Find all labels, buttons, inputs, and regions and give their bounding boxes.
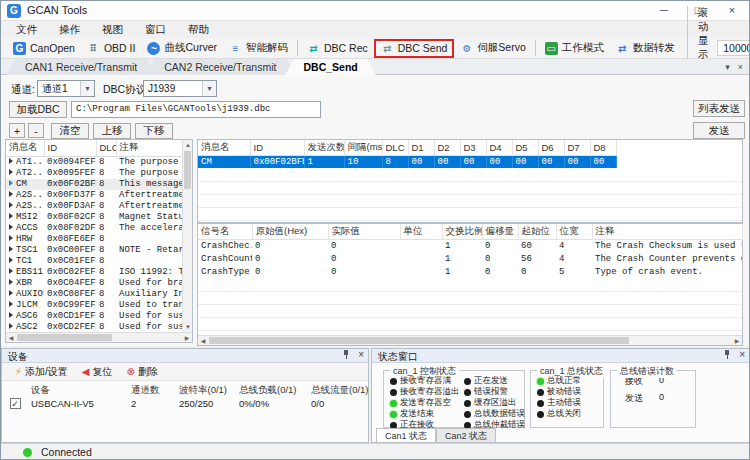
column-header[interactable]: 间隔(ms) [344,140,382,155]
column-header[interactable]: 交换比例 [442,224,482,239]
menu-item[interactable]: 视图 [91,23,134,37]
minimize-button[interactable]: ─ [647,1,681,21]
pin-icon[interactable] [723,350,732,360]
message-row[interactable]: AT2... 0x0095FEFE 8 The purpose of t [6,168,183,179]
send-button[interactable]: 发送 [693,122,745,139]
status-tab[interactable]: Can1 状态 [376,428,436,442]
expand-icon[interactable] [9,312,13,318]
expand-icon[interactable] [9,323,13,329]
device-toolbar-button[interactable]: ⚡ 添加/设置 [8,365,75,379]
menu-item[interactable]: 文件 [5,23,48,37]
close-icon[interactable]: × [739,350,745,360]
column-header[interactable]: 发送次数 [304,140,344,155]
document-tab[interactable]: CAN2 Receive/Transmit [146,59,294,75]
column-header[interactable]: 信号名 [198,224,252,239]
column-header[interactable]: 总线流量(0/1) [308,383,370,397]
column-header[interactable]: 注释 [116,140,183,156]
expand-icon[interactable] [9,180,13,186]
scroll-right-icon[interactable]: ▶ [732,336,742,346]
close-icon[interactable]: × [358,350,364,360]
column-header[interactable]: 通道数 [128,383,176,397]
column-header[interactable]: 起始位 [518,224,556,239]
column-header[interactable]: 注释 [592,224,742,239]
column-header[interactable]: 设备 [28,383,128,397]
expand-icon[interactable] [9,169,13,175]
column-header[interactable]: 消息名 [6,140,44,156]
expand-icon[interactable] [9,235,13,241]
message-row[interactable]: AUXIO5 0x0C08FEFE 8 Auxiliary Input/ [6,289,183,300]
dbc-path-field[interactable]: C:\Program Files\GCANTools\j1939.dbc [71,101,321,118]
column-header[interactable]: 波特率(0/1) [176,383,236,397]
tab-list-dropdown-icon[interactable]: ▾ [725,62,730,72]
expand-icon[interactable] [9,268,13,274]
document-tab[interactable]: CAN1 Receive/Transmit [7,59,155,75]
column-header[interactable]: 实际值 [328,224,400,239]
message-row[interactable]: MSI2 0x08F02CFE 8 Magnet Status In [6,212,183,223]
scroll-frames-value[interactable]: 100000 [717,40,750,56]
status-tab[interactable]: Can2 状态 [436,428,496,442]
column-header[interactable]: ID [250,140,304,155]
add-message-button[interactable]: + [9,123,25,138]
column-header[interactable]: ID [44,140,96,156]
signal-row[interactable]: CrashType 0 0 1 0 0 5 Type of crash even… [198,265,742,278]
scroll-down-icon[interactable]: ▼ [183,322,193,332]
toolbar-button[interactable]: ⠿ OBD II [81,40,142,56]
menu-item[interactable]: 窗口 [134,23,177,37]
column-header[interactable]: D4 [486,140,512,155]
message-row[interactable]: A2S... 0x00FD37FE 8 Aftertreatment 2 [6,190,183,201]
expand-icon[interactable] [9,202,13,208]
device-toolbar-button[interactable]: ◀ 复位 [75,365,120,379]
scroll-left-icon[interactable]: ◀ [6,333,16,343]
message-row[interactable]: HRW 0x08FE6EFE 8 [6,234,183,245]
channel-select[interactable]: 通道1 ▾ [37,80,95,97]
expand-icon[interactable] [9,279,13,285]
move-up-button[interactable]: 上移 [93,123,131,139]
column-header[interactable] [2,383,28,397]
vertical-scrollbar[interactable]: ▲ ▼ [182,140,192,332]
expand-icon[interactable] [9,213,13,219]
device-checkbox[interactable]: ✓ [10,398,21,409]
expand-icon[interactable] [9,191,13,197]
remove-message-button[interactable]: - [28,123,44,138]
menu-item[interactable]: 操作 [48,23,91,37]
menu-item[interactable]: 帮助 [177,23,220,37]
column-header[interactable]: 总线负载(0/1) [236,383,308,397]
scrollbar-thumb[interactable] [184,151,191,189]
load-dbc-button[interactable]: 加载DBC [9,101,67,118]
toolbar-button[interactable]: ⇄ DBC Rec [297,40,374,56]
device-toolbar-button[interactable]: ⊗ 删除 [120,365,165,379]
column-header[interactable]: D8 [590,140,616,155]
column-header[interactable]: D1 [408,140,434,155]
message-row[interactable]: ACCS 0x08F02DFE 8 The acceleration [6,223,183,234]
column-header[interactable]: D7 [564,140,590,155]
message-row[interactable]: TSC1 0x0C00FEFE 8 NOTE - Retarder [6,245,183,256]
toolbar-button[interactable]: ⇄ DBC Send [374,39,455,58]
document-tab[interactable]: DBC_Send [285,59,375,75]
clear-button[interactable]: 清空 [51,123,89,139]
expand-icon[interactable] [9,224,13,230]
column-header[interactable]: 原始值(Hex) [252,224,328,239]
column-header[interactable]: D2 [434,140,460,155]
column-header[interactable]: 单位 [400,224,442,239]
column-header[interactable]: 偏移量 [482,224,518,239]
message-row[interactable]: A2S... 0x00FD3AFE 8 Aftertreatment 2 [6,201,183,212]
scroll-right-icon[interactable]: ▶ [182,333,192,343]
expand-icon[interactable] [9,246,13,252]
column-header[interactable]: 位宽 [556,224,592,239]
horizontal-scrollbar[interactable]: ◀ ▶ [6,332,192,342]
expand-icon[interactable] [9,158,13,164]
column-header[interactable]: D5 [512,140,538,155]
signal-row[interactable]: CrashCounter 0 0 1 0 56 4 The Crash Coun… [198,252,742,265]
message-row[interactable]: CM 0x00F02BFE 8 This message is [6,179,183,190]
toolbar-button[interactable]: ⚙ 伺服Servo [454,40,531,56]
move-down-button[interactable]: 下移 [135,123,173,139]
expand-icon[interactable] [9,301,13,307]
pin-icon[interactable] [342,350,351,360]
message-row[interactable]: XBR 0x0C04FEFE 8 Used for brake c [6,278,183,289]
toolbar-button[interactable]: G CanOpen [7,40,81,56]
message-row[interactable]: EBS11 0x0C02FEFE 8 ISO 11992: Towin [6,267,183,278]
scrollbar-thumb[interactable] [17,334,112,341]
expand-icon[interactable] [9,257,13,263]
column-header[interactable]: 消息名 [198,140,250,155]
tab-close-icon[interactable]: × [738,62,743,72]
